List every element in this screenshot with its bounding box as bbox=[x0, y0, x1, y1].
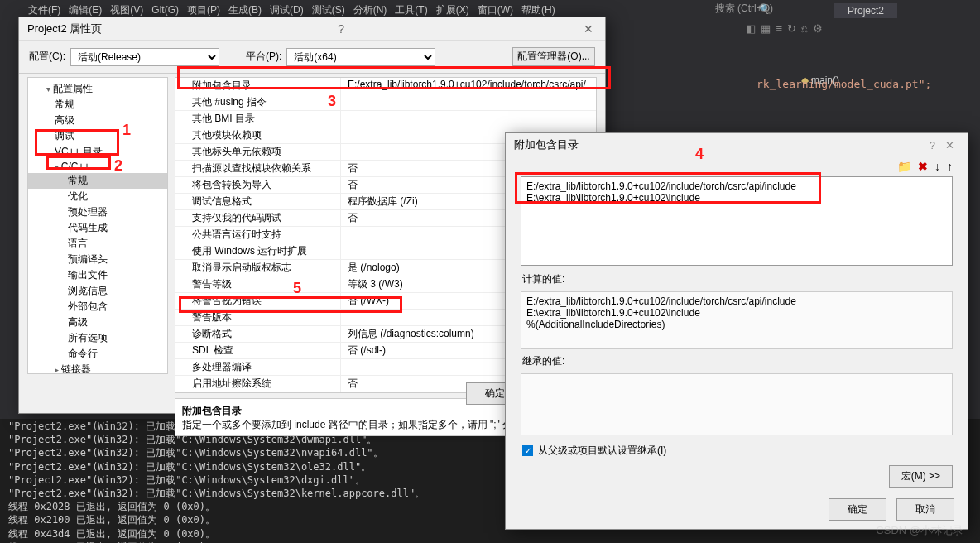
watermark: CSDN @小林记录 bbox=[876, 523, 963, 538]
inherit-checkbox[interactable]: ✓ bbox=[522, 445, 533, 456]
config-tree[interactable]: 配置属性常规高级调试VC++ 目录C/C++常规优化预处理器代码生成语言预编译头… bbox=[27, 77, 168, 374]
toolbar-icon[interactable]: ⎌ bbox=[801, 22, 808, 35]
platform-select[interactable]: 活动(x64) bbox=[286, 48, 435, 66]
tree-node[interactable]: 高级 bbox=[28, 113, 167, 128]
tree-node[interactable]: 调试 bbox=[28, 128, 167, 144]
tree-node[interactable]: 高级 bbox=[28, 315, 167, 330]
grid-row[interactable]: 其他 BMI 目录 bbox=[175, 111, 596, 127]
tree-node[interactable]: 浏览信息 bbox=[28, 283, 167, 299]
platform-label: 平台(P): bbox=[246, 50, 281, 64]
tree-node[interactable]: 预处理器 bbox=[28, 204, 167, 220]
config-manager-button[interactable]: 配置管理器(O)... bbox=[512, 47, 595, 66]
toolbar-icon[interactable]: ◧ bbox=[746, 22, 756, 35]
toolbar-icon[interactable]: ≡ bbox=[776, 22, 782, 35]
calc-item: E:/extra_lib/libtorch1.9.0+cu102/include… bbox=[526, 296, 947, 307]
tree-node[interactable]: VC++ 目录 bbox=[28, 144, 167, 160]
path-item[interactable]: E:/extra_lib/libtorch1.9.0+cu102/include… bbox=[526, 180, 947, 192]
close-icon[interactable]: ✕ bbox=[940, 139, 959, 151]
tree-node[interactable]: 常规 bbox=[28, 173, 167, 189]
tree-node[interactable]: 链接器 bbox=[28, 362, 167, 374]
project-name: Project2 bbox=[834, 3, 897, 18]
ok-button[interactable]: 确定 bbox=[829, 498, 886, 521]
dialog-title: Project2 属性页 bbox=[27, 22, 102, 36]
include-dirs-dialog: 附加包含目录 ? ✕ 📁 ✖ ↓ ↑ E:/extra_lib/libtorch… bbox=[505, 132, 968, 530]
folder-icon[interactable]: 📁 bbox=[897, 160, 911, 173]
search-icon[interactable]: 🔍 bbox=[759, 3, 771, 15]
toolbar-icon[interactable]: ⚙ bbox=[813, 22, 823, 35]
inherit-label: 从父级或项目默认设置继承(I) bbox=[538, 444, 666, 458]
tree-node[interactable]: C/C++ bbox=[28, 160, 167, 173]
help-icon[interactable]: ? bbox=[925, 139, 940, 151]
tree-node[interactable]: 所有选项 bbox=[28, 330, 167, 346]
grid-row[interactable]: 其他 #using 指令 bbox=[175, 94, 596, 111]
inherited-label: 继承的值: bbox=[506, 351, 968, 372]
config-label: 配置(C): bbox=[29, 50, 65, 64]
grid-row[interactable]: 附加包含目录E:/extra_lib/libtorch1.9.0+cu102/i… bbox=[175, 78, 596, 94]
calculated-box: E:/extra_lib/libtorch1.9.0+cu102/include… bbox=[521, 291, 953, 349]
paths-listbox[interactable]: E:/extra_lib/libtorch1.9.0+cu102/include… bbox=[521, 176, 953, 266]
config-select[interactable]: 活动(Release) bbox=[70, 48, 219, 66]
tree-node[interactable]: 命令行 bbox=[28, 346, 167, 362]
tree-node[interactable]: 语言 bbox=[28, 236, 167, 252]
tree-node[interactable]: 常规 bbox=[28, 97, 167, 113]
move-up-icon[interactable]: ↑ bbox=[947, 160, 953, 173]
move-down-icon[interactable]: ↓ bbox=[934, 160, 940, 173]
macro-button[interactable]: 宏(M) >> bbox=[889, 465, 953, 488]
tree-node[interactable]: 外部包含 bbox=[28, 299, 167, 315]
menu-git[interactable]: Git(G) bbox=[148, 2, 182, 17]
inherited-box bbox=[521, 373, 953, 435]
delete-icon[interactable]: ✖ bbox=[918, 160, 928, 173]
toolbar-icon[interactable]: ↻ bbox=[787, 22, 796, 35]
tree-node[interactable]: 输出文件 bbox=[28, 267, 167, 283]
tree-node[interactable]: 预编译头 bbox=[28, 252, 167, 267]
toolbar-icon[interactable]: ▦ bbox=[761, 22, 771, 35]
tree-node[interactable]: 优化 bbox=[28, 189, 167, 204]
tree-node[interactable]: 代码生成 bbox=[28, 220, 167, 236]
close-icon[interactable]: ✕ bbox=[580, 22, 597, 36]
toolbar-icons: ◧ ▦ ≡ ↻ ⎌ ⚙ bbox=[746, 22, 823, 35]
calculated-label: 计算的值: bbox=[506, 269, 968, 290]
calc-item: E:\extra_lib\libtorch1.9.0+cu102\include bbox=[526, 307, 947, 319]
calc-item: %(AdditionalIncludeDirectories) bbox=[526, 319, 947, 330]
path-item[interactable]: E:\extra_lib\libtorch1.9.0+cu102\include bbox=[526, 192, 947, 204]
cancel-button[interactable]: 取消 bbox=[896, 498, 954, 521]
dialog-title: 附加包含目录 bbox=[514, 137, 579, 152]
help-icon[interactable]: ? bbox=[334, 22, 348, 36]
tree-node[interactable]: 配置属性 bbox=[28, 81, 167, 97]
code-line: rk_learning/model_cuda.pt"; bbox=[748, 74, 980, 108]
